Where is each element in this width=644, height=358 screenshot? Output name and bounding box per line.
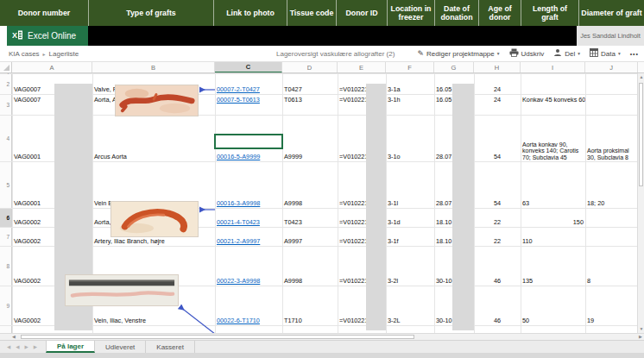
breadcrumb: KIA cases ▸ Lagerliste: [9, 50, 79, 58]
cell-H5[interactable]: 54: [474, 200, 521, 207]
cell-H4[interactable]: 54: [474, 154, 521, 160]
row-header-2[interactable]: 2: [0, 74, 12, 94]
cell-J9[interactable]: 19: [585, 317, 638, 324]
photo-link[interactable]: 00022-3-A9998: [217, 278, 260, 285]
photo-link[interactable]: 00007-2-T0427: [217, 86, 260, 93]
vertical-scroll-thumb[interactable]: [639, 83, 643, 186]
cell-I7[interactable]: 110: [521, 238, 585, 245]
cell-C9[interactable]: 00022-6-T1710: [215, 317, 282, 324]
cell-F5[interactable]: 3-1l: [386, 200, 434, 207]
scroll-up-icon[interactable]: ▲: [638, 73, 644, 81]
horizontal-scroll-thumb[interactable]: [21, 335, 414, 339]
cell-B9[interactable]: Vein, Iliac, Venstre: [92, 317, 215, 324]
horizontal-scrollbar[interactable]: ◀ ▶: [0, 333, 644, 340]
cell-F8[interactable]: 3-2l: [386, 278, 434, 285]
scroll-down-icon[interactable]: ▼: [638, 325, 644, 333]
cell-H3[interactable]: 24: [474, 97, 521, 104]
cell-D2[interactable]: T0427: [282, 86, 338, 93]
signed-in-user[interactable]: Jes Sanddal Lindholt: [577, 26, 644, 46]
cell-C6[interactable]: 00021-4-T0423: [215, 219, 282, 226]
column-header-C[interactable]: C: [215, 62, 282, 72]
scroll-right-icon[interactable]: ▶: [637, 333, 644, 340]
cell-I3[interactable]: Konkav 45 konveks 60: [521, 97, 585, 104]
row-header-8[interactable]: 8: [0, 247, 12, 286]
cell-I6[interactable]: 150: [521, 219, 585, 226]
cell-H9[interactable]: 46: [474, 317, 521, 324]
cell-F4[interactable]: 3-1o: [386, 154, 434, 160]
graft-photo-with-ruler[interactable]: [65, 274, 179, 306]
cell-C5[interactable]: 00016-3-A9998: [215, 200, 282, 207]
cell-D7[interactable]: A9997: [282, 238, 338, 245]
cell-F9[interactable]: 3-2L: [386, 317, 434, 324]
column-header-G[interactable]: G: [434, 62, 474, 72]
cell-B4[interactable]: Arcus Aorta: [92, 154, 215, 160]
cell-D6[interactable]: T0423: [282, 219, 338, 226]
photo-link[interactable]: 00007-5-T0613: [217, 97, 260, 104]
next-sheet-icon[interactable]: ▶: [24, 344, 28, 349]
column-header-B[interactable]: B: [92, 62, 215, 72]
column-header-F[interactable]: F: [386, 62, 434, 72]
cell-H7[interactable]: 22: [474, 238, 521, 245]
column-header-I[interactable]: I: [521, 62, 585, 72]
cell-C8[interactable]: 00022-3-A9998: [215, 278, 282, 285]
last-sheet-icon[interactable]: ▶: [34, 344, 37, 349]
cell-D8[interactable]: A9998: [282, 278, 338, 285]
cell-C2[interactable]: 00007-2-T0427: [215, 86, 282, 93]
data-button[interactable]: Data▾: [590, 48, 621, 59]
row-header-7[interactable]: 7: [0, 228, 12, 246]
scroll-left-icon[interactable]: ◀: [10, 333, 17, 340]
sheet-tab-udleveret[interactable]: Udleveret: [95, 341, 146, 353]
row-header-5[interactable]: 5: [0, 162, 12, 208]
cell-C7[interactable]: 00021-2-A9997: [215, 238, 282, 245]
sheet-tab-kasseret[interactable]: Kasseret: [146, 341, 195, 353]
cell-F7[interactable]: 3-1f: [386, 238, 434, 245]
edit-workbook-button[interactable]: ✎ Rediger projektmappe▾: [417, 49, 499, 58]
cell-H6[interactable]: 22: [474, 219, 521, 226]
photo-link[interactable]: 00021-2-A9997: [217, 238, 260, 245]
row-header-9[interactable]: 9: [0, 286, 12, 325]
cell-I4[interactable]: Aorta konkav 90, konveks 140; Carotis 70…: [521, 141, 585, 160]
column-header-D[interactable]: D: [282, 62, 338, 72]
row-header-6[interactable]: 6: [0, 209, 12, 227]
photo-link[interactable]: 00016-5-A9999: [217, 154, 260, 160]
graft-photo-aorta-ascending[interactable]: [115, 85, 199, 116]
photo-link[interactable]: 00022-6-T1710: [217, 317, 260, 324]
graft-photo-aorta-descending[interactable]: [110, 201, 199, 237]
first-sheet-icon[interactable]: ◀: [7, 344, 10, 349]
cell-D5[interactable]: A9998: [282, 200, 338, 207]
cell-J5[interactable]: 18; 20: [585, 200, 638, 207]
share-button[interactable]: Del▾: [553, 48, 580, 59]
cell-I8[interactable]: 135: [521, 278, 585, 285]
cell-J4[interactable]: Aorta proksimal 30, Subclavia 8: [585, 148, 638, 160]
cell-C3[interactable]: 00007-5-T0613: [215, 97, 282, 104]
sheet-tab-på-lager[interactable]: På lager: [46, 341, 95, 353]
select-all-corner[interactable]: [0, 62, 12, 72]
column-header-A[interactable]: A: [12, 62, 92, 72]
row-header-4[interactable]: 4: [0, 116, 12, 161]
photo-link[interactable]: 00021-4-T0423: [217, 219, 260, 226]
column-header-H[interactable]: H: [474, 62, 521, 72]
print-button[interactable]: Udskriv: [509, 48, 545, 59]
row-header-3[interactable]: 3: [0, 95, 12, 115]
cell-I5[interactable]: 63: [521, 200, 585, 207]
cell-D3[interactable]: T0613: [282, 97, 338, 104]
cell-F2[interactable]: 3-1a: [386, 86, 434, 93]
cell-H8[interactable]: 46: [474, 278, 521, 285]
cell-I9[interactable]: 50: [521, 317, 585, 324]
vertical-scrollbar[interactable]: ▲ ▼: [637, 73, 644, 333]
cell-C4[interactable]: 00016-5-A9999: [215, 154, 282, 160]
breadcrumb-kia-cases[interactable]: KIA cases: [9, 50, 40, 58]
cell-F3[interactable]: 3-1h: [386, 97, 434, 104]
column-header-E[interactable]: E: [338, 62, 386, 72]
photo-link[interactable]: 00016-3-A9998: [217, 200, 260, 207]
column-header-J[interactable]: J: [585, 62, 638, 72]
cell-F6[interactable]: 3-1d: [386, 219, 434, 226]
cell-B7[interactable]: Artery, Iliac Branch, højre: [92, 238, 215, 245]
cell-D4[interactable]: A9999: [282, 154, 338, 160]
cell-J8[interactable]: 8: [585, 278, 638, 285]
more-options-button[interactable]: •••: [630, 51, 639, 57]
breadcrumb-lagerliste[interactable]: Lagerliste: [49, 50, 79, 58]
cell-D9[interactable]: T1710: [282, 317, 338, 324]
cell-H2[interactable]: 24: [474, 86, 521, 93]
previous-sheet-icon[interactable]: ◀: [16, 344, 19, 349]
